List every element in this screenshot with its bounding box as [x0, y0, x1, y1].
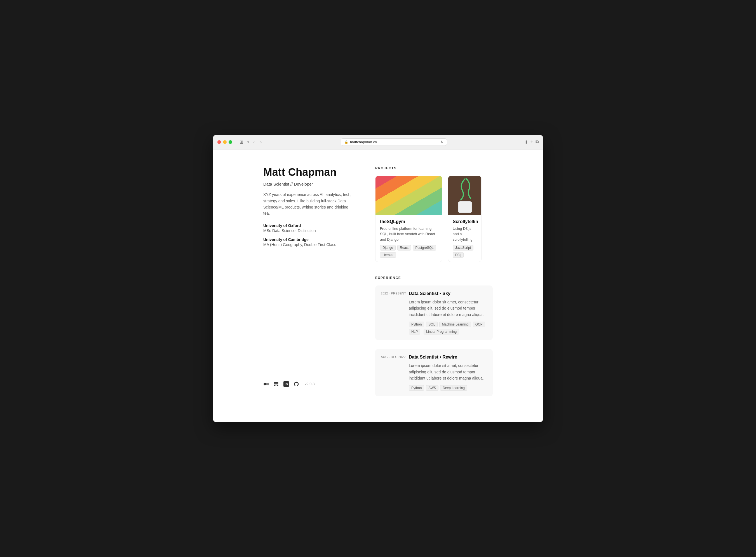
- browser-controls: ⊞ ∨ ‹ ›: [238, 139, 264, 145]
- exp-tags-sky: Python SQL Machine Learning GCP NLP Line…: [409, 322, 487, 334]
- experience-section-label: EXPERIENCE: [375, 276, 493, 280]
- right-column: PROJECTS theSQLgym Free online platform …: [375, 166, 493, 406]
- projects-section-label: PROJECTS: [375, 166, 493, 170]
- tag-python-sky: Python: [409, 322, 424, 327]
- sidebar-toggle-button[interactable]: ⊞: [238, 139, 245, 145]
- share-icon[interactable]: ⬆: [524, 139, 528, 145]
- browser-window: ⊞ ∨ ‹ › 🔒 mattchapman.co ↻ ⬆ + ⧉: [213, 135, 543, 422]
- exp-content-rewire: Data Scientist • Rewire Lorem ipsum dolo…: [409, 355, 487, 391]
- tag-sql-sky: SQL: [426, 322, 437, 327]
- svg-rect-4: [274, 383, 278, 384]
- address-bar-container: 🔒 mattchapman.co ↻: [267, 138, 521, 146]
- maximize-button[interactable]: [229, 140, 232, 144]
- page-layout: Matt Chapman Data Scientist // Developer…: [252, 166, 504, 406]
- github-link[interactable]: [294, 381, 299, 387]
- tag-dl-rewire: Deep Learning: [440, 385, 467, 391]
- tag-aws-rewire: AWS: [426, 385, 439, 391]
- airpods-visual: [448, 176, 482, 215]
- github-icon: [294, 381, 299, 387]
- medium-icon: [263, 381, 269, 387]
- browser-actions: ⬆ + ⧉: [524, 139, 539, 145]
- linkedin-link[interactable]: in: [283, 381, 289, 387]
- tag-ml-sky: Machine Learning: [439, 322, 471, 327]
- sidebar-icon: ⊞: [240, 140, 243, 144]
- project-title-sqlgym: theSQLgym: [380, 219, 437, 224]
- chevron-down-icon: ∨: [247, 140, 249, 144]
- browser-chrome: ⊞ ∨ ‹ › 🔒 mattchapman.co ↻ ⬆ + ⧉: [213, 135, 543, 149]
- forward-button[interactable]: ›: [259, 139, 263, 145]
- reload-icon[interactable]: ↻: [441, 140, 444, 144]
- project-title-scrolly: Scrollytellin: [453, 219, 477, 224]
- project-card-scrolly[interactable]: Scrollytellin Using D3.js and a scrollyt…: [448, 176, 482, 262]
- tag-postgresql: PostgreSQL: [413, 245, 436, 251]
- svg-rect-3: [274, 382, 278, 383]
- project-desc-scrolly: Using D3.js and a scrollytelling: [453, 226, 477, 242]
- exp-entry-sky: 2022 - PRESENT Data Scientist • Sky Lore…: [375, 286, 493, 340]
- url-display: mattchapman.co: [350, 140, 377, 144]
- tag-javascript: JavaScript: [453, 245, 474, 251]
- name-heading: Matt Chapman: [263, 166, 353, 179]
- linkedin-icon: in: [284, 382, 288, 386]
- forward-icon: ›: [260, 139, 262, 144]
- svg-rect-7: [459, 202, 472, 212]
- back-button[interactable]: ‹: [251, 139, 256, 145]
- medium-link[interactable]: [263, 381, 269, 387]
- lock-icon: 🔒: [344, 140, 349, 144]
- exp-entry-rewire: AUG - DEC 2022 Data Scientist • Rewire L…: [375, 349, 493, 396]
- tag-django: Django: [380, 245, 396, 251]
- exp-tags-rewire: Python AWS Deep Learning: [409, 385, 487, 391]
- traffic-lights: [217, 140, 232, 144]
- subtitle: Data Scientist // Developer: [263, 182, 353, 186]
- exp-title-rewire: Data Scientist • Rewire: [409, 355, 487, 360]
- tag-heroku: Heroku: [380, 252, 396, 258]
- project-image-scrolly: [448, 176, 482, 215]
- airpods-svg: [448, 176, 482, 215]
- back-icon: ‹: [253, 139, 254, 144]
- minimize-button[interactable]: [223, 140, 226, 144]
- new-tab-icon[interactable]: +: [530, 139, 533, 145]
- tag-python-rewire: Python: [409, 385, 424, 391]
- substack-link[interactable]: [273, 381, 279, 387]
- project-desc-sqlgym: Free online platform for learning SQL, b…: [380, 226, 437, 242]
- exp-date-sky: 2022 - PRESENT: [381, 291, 409, 334]
- svg-point-0: [264, 383, 266, 385]
- bio-text: XYZ years of experience across AI, analy…: [263, 192, 353, 217]
- exp-title-sky: Data Scientist • Sky: [409, 291, 487, 296]
- education-oxford: University of Oxford MSc Data Science, D…: [263, 223, 353, 233]
- tag-lp-sky: Linear Programming: [424, 329, 459, 334]
- education-cambridge: University of Cambridge MA (Hons) Geogra…: [263, 237, 353, 247]
- oxford-degree: MSc Data Science, Distinction: [263, 228, 353, 233]
- cambridge-degree: MA (Hons) Geography, Double First Class: [263, 242, 353, 247]
- exp-content-sky: Data Scientist • Sky Lorem ipsum dolor s…: [409, 291, 487, 334]
- tabs-icon[interactable]: ⧉: [536, 139, 539, 144]
- exp-date-rewire: AUG - DEC 2022: [381, 355, 409, 391]
- oxford-school: University of Oxford: [263, 223, 353, 228]
- project-info-sqlgym: theSQLgym Free online platform for learn…: [375, 215, 442, 262]
- project-card-sqlgym[interactable]: theSQLgym Free online platform for learn…: [375, 176, 442, 262]
- exp-desc-sky: Lorem ipsum dolor sit amet, consectetur …: [409, 299, 487, 318]
- browser-content: Matt Chapman Data Scientist // Developer…: [213, 149, 543, 422]
- tag-d3: D3.j: [453, 252, 464, 258]
- tag-react: React: [397, 245, 411, 251]
- left-column: Matt Chapman Data Scientist // Developer…: [263, 166, 353, 406]
- substack-icon: [273, 381, 279, 387]
- svg-point-1: [266, 383, 268, 385]
- cambridge-school: University of Cambridge: [263, 237, 353, 242]
- svg-point-2: [268, 383, 269, 385]
- project-info-scrolly: Scrollytellin Using D3.js and a scrollyt…: [448, 215, 481, 262]
- project-image-sqlgym: [375, 176, 442, 215]
- projects-grid: theSQLgym Free online platform for learn…: [375, 176, 493, 262]
- address-bar[interactable]: 🔒 mattchapman.co ↻: [341, 138, 447, 146]
- exp-desc-rewire: Lorem ipsum dolor sit amet, consectetur …: [409, 362, 487, 381]
- close-button[interactable]: [217, 140, 221, 144]
- project-tags-scrolly: JavaScript D3.j: [453, 245, 477, 258]
- version-label: v2.0.8: [305, 382, 314, 386]
- social-links: in v2.0.8: [263, 381, 353, 387]
- tag-nlp-sky: NLP: [409, 329, 420, 334]
- tag-gcp-sky: GCP: [473, 322, 485, 327]
- project-tags-sqlgym: Django React PostgreSQL Heroku: [380, 245, 437, 258]
